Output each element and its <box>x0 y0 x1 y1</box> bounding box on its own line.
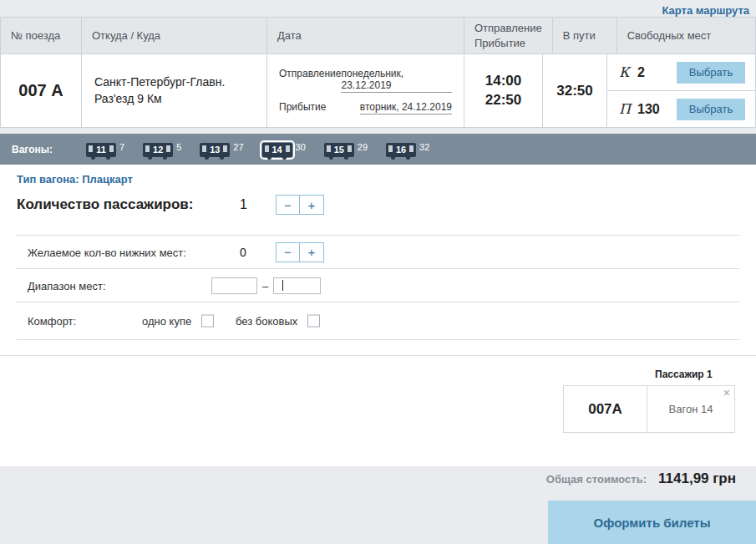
wagon-type: Тип вагона: Плацкарт <box>17 173 133 186</box>
wagon-free-count: 7 <box>119 143 124 152</box>
passenger-wagon: Вагон 14 <box>669 403 713 415</box>
passenger-train-number: 007A <box>564 386 647 432</box>
seat-range-from-input[interactable] <box>211 277 257 294</box>
seat-class-count: 130 <box>637 102 660 117</box>
wagon-icon: 12 <box>143 143 173 157</box>
table-header: № поезда Откуда / Куда Дата Отправление … <box>1 18 755 54</box>
passengers-value: 1 <box>240 197 247 212</box>
wagon-free-count: 5 <box>176 143 181 152</box>
wagon-item[interactable]: 13 27 <box>200 142 243 157</box>
wagon-free-count: 30 <box>296 143 306 152</box>
seat-classes: К 2 Выбрать П 130 Выбрать <box>607 54 755 127</box>
wagon-wheels-icon <box>267 155 271 160</box>
options-box: Желаемое кол-во нижних мест: 0 − + Диапа… <box>17 235 739 340</box>
wagon-wheels-icon <box>91 155 95 160</box>
passengers-increase-button[interactable]: + <box>300 195 324 215</box>
train-times: 14:00 22:50 <box>464 54 543 127</box>
arrival-label: Прибытие <box>279 101 326 113</box>
passengers-row: Количество пассажиров: 1 − + <box>17 192 739 217</box>
lower-seats-decrease-button[interactable]: − <box>276 242 300 262</box>
passengers-label: Количество пассажиров: <box>17 196 193 213</box>
header-arrival: Прибытие <box>474 36 542 51</box>
no-side-seats-label: без боковых <box>236 315 297 328</box>
seat-range-row: Диапазон мест: – <box>17 269 739 303</box>
wagon-type-label: Тип вагона: <box>17 173 79 186</box>
checkout-button[interactable]: Оформить билеты <box>548 501 756 544</box>
header-train-number: № поезда <box>1 18 82 53</box>
range-dash-icon: – <box>262 279 268 292</box>
comfort-row: Комфорт: одно купе без боковых <box>17 303 739 340</box>
wagon-free-count: 27 <box>233 143 243 152</box>
seat-class-row: К 2 Выбрать <box>607 54 755 90</box>
wagon-icon: 13 <box>200 143 230 157</box>
route-map-link[interactable]: Карта маршрута <box>662 4 749 17</box>
remove-passenger-icon[interactable]: × <box>723 387 730 399</box>
seat-range-to-input[interactable] <box>273 277 321 294</box>
comfort-label: Комфорт: <box>28 315 76 328</box>
route-to: Раз'езд 9 Км <box>94 91 254 108</box>
total-row: Общая стоимость: 1141,99 грн <box>546 470 736 487</box>
lower-seats-stepper: − + <box>276 242 324 262</box>
arrival-time: 22:50 <box>485 91 521 109</box>
maplink-row: Карта маршрута <box>662 3 749 18</box>
lower-seats-increase-button[interactable]: + <box>300 242 324 262</box>
wagon-wheels-icon <box>391 155 395 160</box>
wagon-icon: 15 <box>324 143 354 157</box>
wagon-wheels-icon <box>205 155 209 160</box>
no-side-seats-checkbox[interactable] <box>307 315 320 328</box>
wagon-list: 11 7 12 5 13 27 14 30 15 29 16 32 <box>86 142 429 157</box>
train-table: № поезда Откуда / Куда Дата Отправление … <box>0 17 756 128</box>
choose-seats-button[interactable]: Выбрать <box>677 99 745 120</box>
departure-date-line: Отправление понедельник, 23.12.2019 <box>279 68 452 93</box>
wagon-icon: 11 <box>86 143 116 157</box>
header-date: Дата <box>267 18 464 53</box>
booking-page: Карта маршрута № поезда Откуда / Куда Да… <box>0 0 756 544</box>
wagon-item[interactable]: 14 30 <box>262 142 306 157</box>
wagon-icon: 16 <box>386 143 416 157</box>
one-compartment-checkbox[interactable] <box>201 315 214 328</box>
train-dates: Отправление понедельник, 23.12.2019 Приб… <box>267 54 464 127</box>
wagon-item[interactable]: 11 7 <box>86 142 124 157</box>
wagons-label: Вагоны: <box>12 144 53 155</box>
panel-divider <box>0 355 756 356</box>
arrival-date: вторник, 24.12.2019 <box>360 101 452 114</box>
options-panel: Тип вагона: Плацкарт Количество пассажир… <box>0 165 756 466</box>
wagon-type-value: Плацкарт <box>82 173 133 186</box>
lower-seats-label: Желаемое кол-во нижних мест: <box>28 246 186 258</box>
route-from: Санкт-Петербург-Главн. <box>94 74 254 91</box>
wagon-item[interactable]: 12 5 <box>143 142 181 157</box>
seat-class-letter: П <box>619 101 632 117</box>
train-route: Санкт-Петербург-Главн. Раз'езд 9 Км <box>82 54 267 127</box>
seat-range-label: Диапазон мест: <box>28 279 106 292</box>
wagon-bar: Вагоны: 11 7 12 5 13 27 14 30 15 29 <box>0 134 756 165</box>
one-compartment-label: одно купе <box>142 315 191 328</box>
passengers-decrease-button[interactable]: − <box>276 195 300 215</box>
total-label: Общая стоимость: <box>546 473 647 486</box>
choose-seats-button[interactable]: Выбрать <box>677 62 745 84</box>
wagon-item[interactable]: 16 32 <box>386 142 429 157</box>
departure-date: понедельник, 23.12.2019 <box>341 68 452 93</box>
wagon-wheels-icon <box>148 155 152 160</box>
train-number: 007 А <box>1 54 82 127</box>
total-value: 1141,99 грн <box>658 470 736 487</box>
passengers-stepper: − + <box>276 195 324 215</box>
seat-class-row: П 130 Выбрать <box>607 90 755 127</box>
passenger-wagon-cell: Вагон 14 × <box>647 386 734 432</box>
header-departure-arrival: Отправление Прибытие <box>464 18 553 53</box>
wagon-icon: 14 <box>262 143 292 157</box>
seat-class-letter: К <box>619 64 632 80</box>
train-duration: 32:50 <box>543 54 607 127</box>
seat-class-count: 2 <box>637 65 645 80</box>
header-departure: Отправление <box>474 21 542 36</box>
header-duration: В пути <box>553 18 617 53</box>
departure-label: Отправление <box>279 68 341 79</box>
arrival-date-line: Прибытие вторник, 24.12.2019 <box>279 101 452 114</box>
passenger-title: Пассажир 1 <box>655 369 713 380</box>
wagon-wheels-icon <box>329 155 333 160</box>
wagon-item[interactable]: 15 29 <box>324 142 368 157</box>
train-row: 007 А Санкт-Петербург-Главн. Раз'езд 9 К… <box>1 54 755 127</box>
wagon-free-count: 32 <box>419 143 429 152</box>
passenger-card: 007A Вагон 14 × <box>563 385 735 433</box>
wagon-free-count: 29 <box>358 143 368 152</box>
departure-time: 14:00 <box>485 72 521 90</box>
